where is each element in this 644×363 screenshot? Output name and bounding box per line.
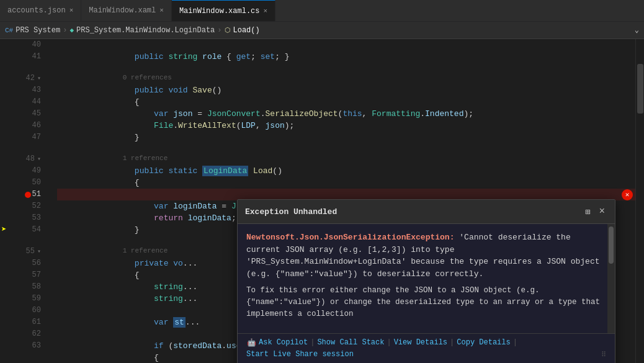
line-num-58: 58 bbox=[32, 281, 41, 293]
show-call-stack-link[interactable]: Show Call Stack bbox=[317, 338, 384, 347]
code-line-41 bbox=[57, 51, 635, 63]
code-line-48: public static LoginData Load() bbox=[57, 153, 635, 165]
tab-accounts-json[interactable]: accounts.json × bbox=[0, 0, 81, 21]
line-num-54: 54 bbox=[32, 224, 41, 236]
tab-mainwindow-xaml-cs[interactable]: MainWindow.xaml.cs × bbox=[172, 0, 275, 21]
line-num-56: 56 bbox=[32, 258, 41, 269]
line-num-46: 46 bbox=[32, 120, 41, 132]
start-live-share-link[interactable]: Start Live Share session bbox=[246, 350, 354, 359]
tab-bar: accounts.json × MainWindow.xaml × MainWi… bbox=[0, 0, 644, 22]
popup-scrollbar-thumb bbox=[609, 226, 614, 264]
line-num-60: 60 bbox=[32, 305, 41, 316]
line-num-57: 57 bbox=[32, 269, 41, 281]
line-num-50: 50 bbox=[32, 177, 41, 189]
close-icon[interactable]: × bbox=[264, 7, 268, 15]
close-icon[interactable]: × bbox=[159, 7, 164, 14]
breadcrumb-method-icon: ⬡ bbox=[225, 26, 231, 34]
breadcrumb-method[interactable]: Load() bbox=[233, 26, 260, 35]
fold-icon-48[interactable]: ▾ bbox=[37, 153, 41, 165]
popup-body: Newtonsoft.Json.JsonSerializationExcepti… bbox=[238, 224, 615, 333]
breadcrumb-sep1: › bbox=[63, 26, 67, 35]
breadcrumb: C# PRS System › ◆ PRS_System.MainWindow.… bbox=[0, 22, 644, 39]
error-badge-51: ✕ bbox=[622, 189, 633, 200]
line-num-51: 51 bbox=[32, 189, 41, 200]
breadcrumb-class[interactable]: PRS_System.MainWindow.LoginData bbox=[76, 26, 215, 35]
line-num-47: 47 bbox=[32, 132, 41, 143]
popup-actions: 🤖 Ask Copilot | Show Call Stack | View D… bbox=[238, 333, 615, 362]
popup-scrollbar[interactable] bbox=[607, 224, 615, 333]
editor-area: ➤ 40 41 42 ▾ 43 44 45 46 47 48 ▾ 49 50 5… bbox=[0, 39, 644, 363]
vertical-scrollbar[interactable] bbox=[635, 39, 644, 363]
breakpoint-51 bbox=[25, 192, 31, 198]
line-num-45: 45 bbox=[32, 108, 41, 120]
line-num-49: 49 bbox=[32, 165, 41, 177]
breadcrumb-class-icon: ◆ bbox=[69, 26, 74, 34]
close-icon[interactable]: × bbox=[69, 7, 74, 14]
line-number-gutter: 40 41 42 ▾ 43 44 45 46 47 48 ▾ 49 50 51 … bbox=[12, 39, 45, 363]
popup-header: Exception Unhandled ⊞ × bbox=[238, 200, 615, 224]
tab-label: MainWindow.xaml bbox=[89, 6, 156, 15]
line-num-42: 42 ▾ bbox=[26, 73, 41, 84]
copilot-icon: 🤖 bbox=[246, 338, 256, 347]
code-line-46: } bbox=[57, 120, 635, 132]
code-line-47 bbox=[57, 132, 635, 143]
popup-title: Exception Unhandled bbox=[245, 207, 337, 217]
view-details-link[interactable]: View Details bbox=[394, 338, 447, 347]
tab-label: accounts.json bbox=[7, 6, 66, 15]
tab-mainwindow-xaml[interactable]: MainWindow.xaml × bbox=[81, 0, 172, 21]
code-line-42: public void Save() bbox=[57, 73, 635, 84]
exception-message: Newtonsoft.Json.JsonSerializationExcepti… bbox=[246, 231, 606, 280]
exception-type: Newtonsoft.Json.JsonSerializationExcepti… bbox=[246, 233, 454, 242]
line-num-43: 43 bbox=[32, 84, 41, 96]
fix-message: To fix this error either change the JSON… bbox=[246, 285, 606, 320]
code-line-50: var json = File.ReadAllText(LDP); bbox=[57, 177, 635, 189]
line-num-59: 59 bbox=[32, 293, 41, 305]
breadcrumb-project[interactable]: PRS System bbox=[16, 26, 60, 35]
breadcrumb-dropdown-icon[interactable]: ⌄ bbox=[635, 25, 639, 35]
line-num-40: 40 bbox=[32, 39, 41, 51]
pin-icon[interactable]: ⊞ bbox=[583, 205, 593, 218]
ask-copilot-link[interactable]: Ask Copilot bbox=[259, 338, 308, 347]
left-margin: ➤ bbox=[0, 39, 12, 363]
code-line-43: { bbox=[57, 84, 635, 96]
sep-3: | bbox=[450, 338, 454, 347]
code-area[interactable]: public string role { get; set; } 0 refer… bbox=[45, 39, 635, 363]
fold-icon-42[interactable]: ▾ bbox=[37, 73, 41, 84]
line-num-61: 61 bbox=[32, 316, 41, 328]
fold-icon-55[interactable]: ▾ bbox=[37, 246, 41, 258]
code-line-45: File.WriteAllText(LDP, json); bbox=[57, 108, 635, 120]
line-num-52: 52 bbox=[32, 200, 41, 212]
code-line-49: { bbox=[57, 165, 635, 177]
scrollbar-thumb bbox=[637, 64, 643, 114]
popup-header-icons: ⊞ × bbox=[583, 205, 607, 218]
tab-label: MainWindow.xaml.cs bbox=[179, 7, 260, 16]
code-line-40: public string role { get; set; } bbox=[57, 39, 635, 51]
line-num-62: 62 bbox=[32, 328, 41, 340]
line-num-63: 63 bbox=[32, 340, 41, 352]
code-line-44: var json = JsonConvert.SerializeObject(t… bbox=[57, 96, 635, 108]
resize-handle: ⠿ bbox=[601, 351, 606, 359]
code-line-42-ref: 0 references bbox=[57, 63, 635, 73]
code-line-48-ref: 1 reference bbox=[57, 143, 635, 153]
copy-details-link[interactable]: Copy Details bbox=[457, 338, 510, 347]
sep-4: | bbox=[513, 338, 517, 347]
exception-popup: Exception Unhandled ⊞ × Newtonsoft.Json.… bbox=[237, 199, 615, 363]
sep-2: | bbox=[387, 338, 391, 347]
line-num-44: 44 bbox=[32, 96, 41, 108]
close-popup-button[interactable]: × bbox=[596, 205, 607, 218]
breadcrumb-sep2: › bbox=[217, 26, 221, 35]
line-num-55: 55 ▾ bbox=[26, 246, 41, 258]
breadcrumb-cs-icon: C# bbox=[5, 27, 13, 34]
execution-arrow: ➤ bbox=[1, 224, 6, 235]
line-num-48: 48 ▾ bbox=[26, 153, 41, 165]
line-num-53: 53 bbox=[32, 212, 41, 224]
sep-1: | bbox=[310, 338, 315, 347]
line-num-41: 41 bbox=[32, 51, 41, 63]
